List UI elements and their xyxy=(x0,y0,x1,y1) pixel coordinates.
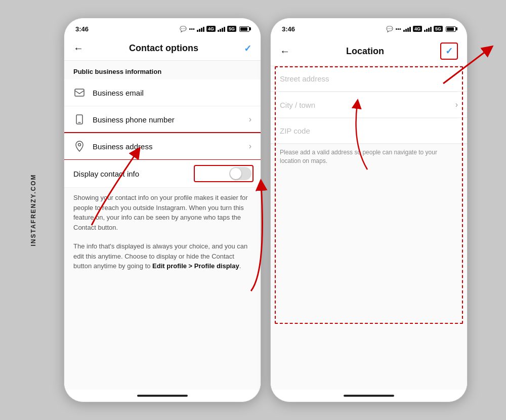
status-icons-2: 💬 ••• 4G 5G xyxy=(386,26,456,32)
phone2-frame: 3:46 💬 ••• 4G 5G xyxy=(270,18,468,402)
whatsapp-icon-2: 💬 xyxy=(386,26,393,32)
info-text-1: Showing your contact info on your profil… xyxy=(64,188,261,239)
screen-content-1: Public business information Business ema… xyxy=(64,61,261,390)
check-wrapper: ✓ xyxy=(440,43,458,60)
battery-2 xyxy=(446,26,456,32)
city-placeholder[interactable]: City / town xyxy=(280,101,455,109)
home-bar-1 xyxy=(64,390,261,402)
phone-icon xyxy=(73,113,86,125)
nav-bar-1: ← Contact options ✓ xyxy=(64,36,261,61)
5g-badge-1: 5G xyxy=(227,26,236,32)
address-chevron: › xyxy=(249,142,251,151)
phone-chevron: › xyxy=(249,115,251,124)
street-address-item[interactable]: Street address xyxy=(271,66,467,92)
status-bar-1: 3:46 💬 ••• 4G 5G xyxy=(64,18,261,36)
5g-badge-2: 5G xyxy=(434,26,443,32)
4g-badge-2: 4G xyxy=(413,26,422,32)
signal-2 xyxy=(218,26,225,32)
page-title-1: Contact options xyxy=(129,43,198,54)
display-contact-label: Display contact info xyxy=(73,170,229,178)
nav-bar-2: ← Location ✓ xyxy=(271,36,467,66)
home-indicator-1 xyxy=(137,395,188,397)
zip-placeholder[interactable]: ZIP code xyxy=(280,127,458,135)
battery-1 xyxy=(239,26,249,32)
phone1-frame: 3:46 💬 ••• 4G 5G xyxy=(64,18,261,402)
info-text-2: The info that's displayed is always your… xyxy=(64,239,261,278)
business-address-label: Business address xyxy=(93,142,249,151)
display-contact-switch[interactable] xyxy=(229,167,251,180)
dots-2: ••• xyxy=(395,26,401,32)
business-email-label: Business email xyxy=(93,89,251,97)
home-indicator-2 xyxy=(344,395,394,397)
time-2: 3:46 xyxy=(282,25,295,33)
location-icon xyxy=(73,140,86,152)
signal-4 xyxy=(424,26,432,32)
screen-content-2: Street address City / town › ZIP code xyxy=(271,66,467,390)
watermark: INSTAFRENZY.COM xyxy=(30,174,37,246)
display-contact-toggle-row: Display contact info xyxy=(64,160,261,188)
street-address-placeholder[interactable]: Street address xyxy=(280,74,458,83)
bold-text: Edit profile > Profile display xyxy=(152,262,239,270)
dots-1: ••• xyxy=(189,26,195,32)
whatsapp-icon-1: 💬 xyxy=(180,26,187,32)
page-title-2: Location xyxy=(346,46,384,57)
confirm-button-2[interactable]: ✓ xyxy=(440,43,458,60)
back-button-1[interactable]: ← xyxy=(73,43,83,54)
time-1: 3:46 xyxy=(75,25,89,33)
zip-code-item[interactable]: ZIP code xyxy=(271,118,467,144)
signal-1 xyxy=(197,26,204,32)
city-chevron: › xyxy=(455,100,458,109)
svg-rect-0 xyxy=(75,89,84,96)
location-hint: Please add a valid address so people can… xyxy=(271,144,467,173)
business-email-item[interactable]: Business email xyxy=(64,79,261,106)
4g-badge-1: 4G xyxy=(206,26,216,32)
business-phone-item[interactable]: Business phone number › xyxy=(64,106,261,133)
city-town-item[interactable]: City / town › xyxy=(271,92,467,118)
back-button-2[interactable]: ← xyxy=(280,46,290,57)
email-icon xyxy=(73,87,86,99)
svg-point-3 xyxy=(78,144,81,146)
business-address-item[interactable]: Business address › xyxy=(64,133,261,160)
home-bar-2 xyxy=(271,390,467,402)
business-phone-label: Business phone number xyxy=(93,115,249,124)
confirm-button-1[interactable]: ✓ xyxy=(244,43,251,54)
status-icons-1: 💬 ••• 4G 5G xyxy=(180,26,249,32)
section-label-1: Public business information xyxy=(64,61,261,79)
signal-3 xyxy=(403,26,411,32)
status-bar-2: 3:46 💬 ••• 4G 5G xyxy=(271,18,467,36)
